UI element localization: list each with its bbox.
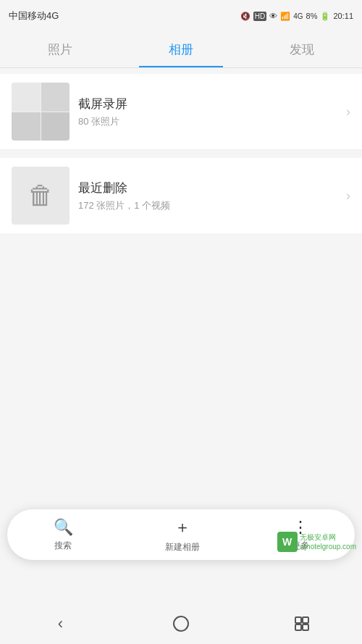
watermark-logo: W 无极安卓网 wjhotelgroup.com: [277, 532, 356, 552]
add-icon: ＋: [174, 517, 190, 538]
nav-bar: ‹: [0, 603, 362, 644]
add-album-button[interactable]: ＋ 新建相册: [151, 517, 214, 553]
album-arrow-recently-deleted: ›: [346, 188, 350, 204]
svg-rect-0: [295, 617, 301, 623]
back-icon: ‹: [58, 614, 63, 633]
album-item-recently-deleted[interactable]: 🗑 最近删除 172 张照片，1 个视频 ›: [0, 158, 362, 233]
svg-rect-1: [303, 617, 308, 623]
w-brand-icon: W: [277, 532, 298, 552]
thumb-2: [41, 83, 70, 112]
battery-icon: 🔋: [320, 12, 330, 21]
search-icon: 🔍: [54, 518, 73, 537]
album-item-screenshots[interactable]: 截屏录屏 80 张照片 ›: [0, 74, 362, 150]
album-thumbnail-screenshots: [12, 83, 70, 141]
carrier-text: 中国移动4G: [9, 9, 59, 22]
home-button[interactable]: [159, 609, 203, 638]
svg-rect-3: [303, 624, 308, 630]
status-icons: 🔇 HD 👁 📶 4G 8% 🔋 20:11: [240, 12, 353, 21]
thumb-4: [41, 112, 70, 141]
hd-icon: HD: [253, 12, 266, 21]
status-bar: 中国移动4G 🔇 HD 👁 📶 4G 8% 🔋 20:11: [0, 0, 362, 32]
add-label: 新建相册: [165, 541, 200, 553]
search-label: 搜索: [54, 540, 72, 552]
album-list: 截屏录屏 80 张照片 › 🗑 最近删除 172 张照片，1 个视频 ›: [0, 68, 362, 240]
recent-apps-icon: [294, 616, 310, 632]
album-name-recently-deleted: 最近删除: [78, 180, 337, 196]
album-count-screenshots: 80 张照片: [78, 115, 337, 128]
svg-rect-2: [295, 624, 301, 630]
back-button[interactable]: ‹: [38, 609, 82, 638]
battery-text: 8%: [306, 12, 318, 20]
thumb-1: [12, 83, 41, 112]
wifi-icon: 📶: [280, 12, 290, 21]
trash-icon: 🗑: [28, 180, 54, 211]
tab-bar: 照片 相册 发现: [0, 32, 362, 68]
watermark-text: 无极安卓网 wjhotelgroup.com: [300, 532, 356, 551]
time-text: 20:11: [333, 12, 353, 20]
watermark: W 无极安卓网 wjhotelgroup.com: [275, 522, 362, 561]
album-thumbnail-trash: 🗑: [12, 167, 70, 225]
signal-icon: 🔇: [240, 12, 251, 21]
tab-photos[interactable]: 照片: [0, 32, 121, 67]
recent-apps-button[interactable]: [280, 609, 324, 638]
eye-icon: 👁: [269, 12, 277, 20]
album-count-recently-deleted: 172 张照片，1 个视频: [78, 199, 337, 212]
thumb-3: [12, 112, 41, 141]
home-icon: [173, 616, 189, 632]
album-info-recently-deleted: 最近删除 172 张照片，1 个视频: [70, 180, 346, 212]
content-area: 截屏录屏 80 张照片 › 🗑 最近删除 172 张照片，1 个视频 › 🔍 搜…: [0, 68, 362, 603]
search-button[interactable]: 🔍 搜索: [39, 518, 88, 552]
tab-discover[interactable]: 发现: [241, 32, 362, 67]
album-arrow-screenshots: ›: [346, 104, 350, 120]
section-separator: [0, 151, 362, 158]
album-info-screenshots: 截屏录屏 80 张照片: [70, 96, 346, 128]
signal-bars: 4G: [293, 12, 303, 20]
tab-albums[interactable]: 相册: [121, 32, 242, 67]
album-name-screenshots: 截屏录屏: [78, 96, 337, 112]
